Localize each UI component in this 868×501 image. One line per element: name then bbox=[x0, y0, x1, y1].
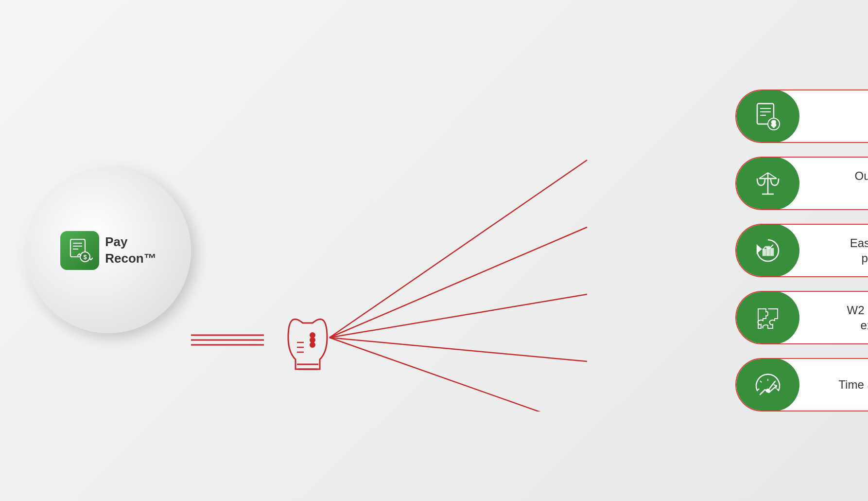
svg-line-9 bbox=[330, 160, 587, 338]
puzzle-icon bbox=[752, 302, 783, 333]
svg-rect-34 bbox=[763, 250, 765, 255]
svg-line-41 bbox=[777, 389, 779, 391]
speedometer-icon bbox=[752, 369, 783, 400]
tax-icon: $ bbox=[752, 101, 783, 132]
pill-label-w2: W2 and paycheck explanations bbox=[799, 303, 868, 333]
layout: $ Pay Recon™ bbox=[26, 89, 842, 412]
pill-icon-bg-tax: $ bbox=[736, 89, 799, 143]
pill-icon-bg-fi bbox=[736, 224, 799, 277]
svg-line-12 bbox=[330, 338, 587, 361]
payrecon-icon: $ bbox=[67, 237, 93, 264]
svg-text:$: $ bbox=[84, 253, 87, 261]
pill-fi-posting: Easily retrieve FI posting data bbox=[735, 224, 868, 277]
pill-label-tax: Tax data bbox=[799, 108, 868, 124]
svg-line-38 bbox=[760, 381, 762, 382]
pill-label-time: Time and effort saver bbox=[799, 377, 868, 392]
svg-line-13 bbox=[330, 338, 587, 412]
pill-icon-bg-time bbox=[736, 358, 799, 412]
svg-point-15 bbox=[310, 337, 315, 343]
pill-balance: Out-of-balance situations bbox=[735, 157, 868, 210]
svg-line-10 bbox=[330, 227, 587, 338]
balance-icon bbox=[752, 168, 783, 199]
logo-circle: $ Pay Recon™ bbox=[26, 168, 191, 333]
svg-point-14 bbox=[310, 332, 315, 338]
logo-text: Pay Recon™ bbox=[105, 234, 156, 267]
svg-marker-33 bbox=[757, 246, 761, 252]
logo-icon-box: $ bbox=[60, 231, 99, 270]
logo-inner: $ Pay Recon™ bbox=[60, 231, 156, 270]
pill-icon-bg-w2 bbox=[736, 291, 799, 344]
pill-label-fi: Easily retrieve FI posting data bbox=[799, 235, 868, 266]
pills-section: $ Tax data bbox=[735, 89, 868, 412]
pill-label-balance: Out-of-balance situations bbox=[799, 168, 868, 198]
svg-text:$: $ bbox=[772, 120, 776, 128]
pill-tax-data: $ Tax data bbox=[735, 89, 868, 143]
svg-line-11 bbox=[330, 294, 587, 338]
pill-time-saver: Time and effort saver bbox=[735, 358, 868, 412]
pill-icon-bg-balance bbox=[736, 157, 799, 210]
svg-rect-36 bbox=[771, 249, 773, 255]
svg-point-16 bbox=[310, 342, 315, 348]
svg-line-37 bbox=[757, 389, 759, 391]
main-container: $ Pay Recon™ bbox=[0, 0, 868, 501]
svg-line-32 bbox=[768, 173, 777, 179]
svg-line-31 bbox=[759, 173, 768, 179]
pill-w2: W2 and paycheck explanations bbox=[735, 291, 868, 344]
retrieve-icon bbox=[752, 235, 783, 266]
